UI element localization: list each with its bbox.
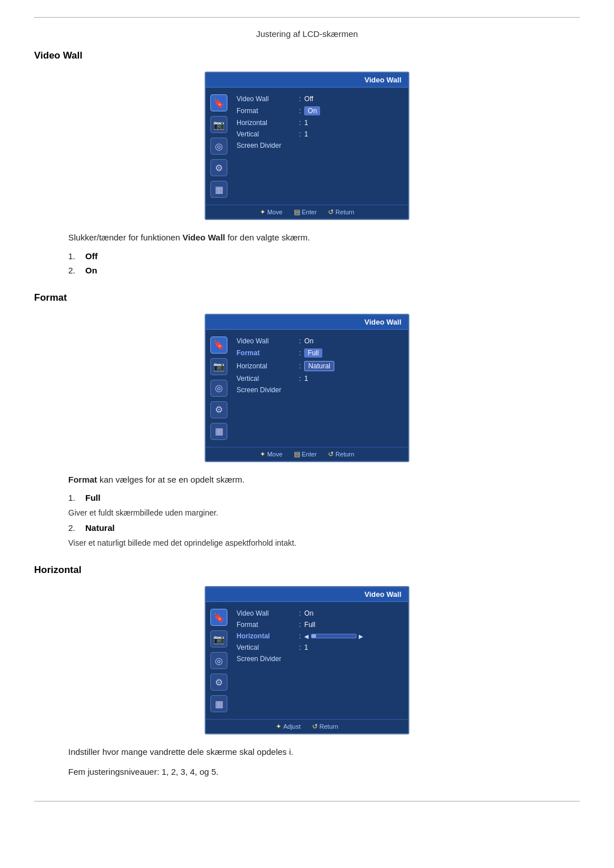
menu-icons-col-2: 🔖 📷 ◎ ⚙ ▦ (206, 334, 232, 442)
menu-row: Video Wall : On (237, 608, 404, 619)
list-item: 1. Off (68, 251, 580, 261)
icon-4: ⚙ (210, 674, 227, 691)
menu-row: Format : Full (237, 619, 404, 630)
menu-row: Horizontal : Natural (237, 359, 404, 373)
format-description: Format kan vælges for at se en opdelt sk… (68, 474, 580, 487)
menu-items-col-2: Video Wall : On Format : Full Horizontal… (232, 334, 408, 442)
section-heading-format: Format (34, 292, 580, 304)
panel-title-3: Video Wall (206, 587, 408, 602)
footer-move: ✦ Move (260, 208, 283, 216)
video-wall-description: Slukker/tænder for funktionen Video Wall… (68, 231, 580, 244)
section-heading-horizontal: Horizontal (34, 564, 580, 576)
menu-row: Video Wall : Off (237, 93, 404, 105)
footer-enter: ▤ Enter (294, 208, 317, 216)
panel-title-2: Video Wall (206, 315, 408, 330)
footer-return: ↺ Return (312, 722, 338, 730)
footer-return: ↺ Return (328, 208, 354, 216)
menu-row: Screen Divider (237, 653, 404, 665)
menu-row: Video Wall : On (237, 335, 404, 347)
top-divider (34, 17, 580, 18)
menu-row: Screen Divider (237, 384, 404, 396)
footer-move: ✦ Move (260, 450, 283, 458)
format-list: 1. Full (68, 493, 580, 502)
icon-4: ⚙ (210, 401, 227, 418)
menu-panel-video-wall: Video Wall 🔖 📷 ◎ ⚙ ▦ Video Wall : Off (205, 72, 409, 220)
menu-row: Screen Divider (237, 140, 404, 151)
bottom-divider (34, 801, 580, 801)
menu-icons-col-3: 🔖 📷 ◎ ⚙ ▦ (206, 607, 232, 715)
page-title: Justering af LCD-skærmen (34, 29, 580, 39)
footer-adjust: ✦ Adjust (276, 722, 301, 730)
footer-return: ↺ Return (328, 450, 354, 458)
horizontal-slider[interactable]: ◀ ▶ (304, 633, 363, 639)
menu-row: Format : Full (237, 347, 404, 359)
icon-1: 🔖 (210, 609, 227, 626)
icon-5: ▦ (210, 695, 227, 712)
full-subtext: Giver et fuldt skærmbillede uden margine… (68, 508, 580, 517)
horizontal-description2: Fem justeringsniveauer: 1, 2, 3, 4, og 5… (68, 766, 580, 779)
icon-3: ◎ (210, 652, 227, 669)
menu-row: Format : On (237, 105, 404, 117)
section-video-wall: Video Wall Video Wall 🔖 📷 ◎ ⚙ ▦ Video Wa… (34, 50, 580, 275)
menu-items-col-3: Video Wall : On Format : Full Horizontal… (232, 607, 408, 715)
footer-enter: ▤ Enter (294, 450, 317, 458)
menu-footer-3: ✦ Adjust ↺ Return (206, 719, 408, 733)
panel-title-1: Video Wall (206, 73, 408, 88)
menu-icons-col: 🔖 📷 ◎ ⚙ ▦ (206, 92, 232, 200)
menu-footer-1: ✦ Move ▤ Enter ↺ Return (206, 205, 408, 219)
menu-row-horizontal-slider: Horizontal : ◀ ▶ (237, 630, 404, 642)
menu-row: Vertical : 1 (237, 373, 404, 384)
horizontal-description1: Indstiller hvor mange vandrette dele skæ… (68, 746, 580, 759)
section-heading-video-wall: Video Wall (34, 50, 580, 61)
icon-5: ▦ (210, 181, 227, 198)
icon-5: ▦ (210, 423, 227, 440)
icon-1: 🔖 (210, 337, 227, 354)
icon-3: ◎ (210, 138, 227, 155)
video-wall-list: 1. Off 2. On (68, 251, 580, 275)
list-item: 1. Full (68, 493, 580, 502)
natural-subtext: Viser et naturligt billede med det oprin… (68, 538, 580, 547)
icon-1: 🔖 (210, 94, 227, 111)
menu-footer-2: ✦ Move ▤ Enter ↺ Return (206, 447, 408, 461)
section-format: Format Video Wall 🔖 📷 ◎ ⚙ ▦ Video Wall :… (34, 292, 580, 548)
menu-items-col-1: Video Wall : Off Format : On Horizontal … (232, 92, 408, 200)
icon-2: 📷 (210, 630, 227, 647)
icon-2: 📷 (210, 358, 227, 375)
list-item: 2. On (68, 265, 580, 275)
menu-panel-horizontal: Video Wall 🔖 📷 ◎ ⚙ ▦ Video Wall : On (205, 586, 409, 734)
section-horizontal: Horizontal Video Wall 🔖 📷 ◎ ⚙ ▦ Video Wa… (34, 564, 580, 778)
menu-row: Vertical : 1 (237, 128, 404, 140)
icon-4: ⚙ (210, 159, 227, 176)
format-list-2: 2. Natural (68, 523, 580, 533)
list-item: 2. Natural (68, 523, 580, 533)
icon-3: ◎ (210, 380, 227, 397)
menu-panel-format: Video Wall 🔖 📷 ◎ ⚙ ▦ Video Wall : On (205, 314, 409, 462)
menu-row: Horizontal : 1 (237, 117, 404, 128)
menu-row: Vertical : 1 (237, 642, 404, 653)
icon-2: 📷 (210, 116, 227, 133)
